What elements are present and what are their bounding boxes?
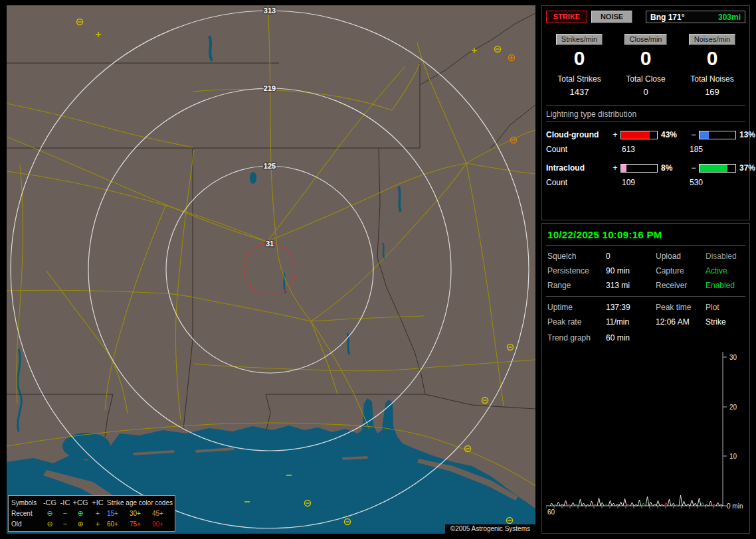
strikes-counter: Strikes/min 0 Total Strikes 1437 bbox=[546, 33, 613, 97]
peak-rate-label: Peak rate bbox=[547, 317, 606, 327]
legend-old-row: Old ⊖ − ⊕ + 60+75+90+ bbox=[11, 518, 172, 529]
recent-pos-ic-icon: + bbox=[88, 508, 107, 518]
range-label: Range bbox=[547, 281, 606, 290]
ic-negative-bar bbox=[699, 164, 736, 173]
upload-value: Disabled bbox=[706, 252, 745, 261]
old-neg-cg-icon: ⊖ bbox=[42, 519, 58, 528]
peak-time-value: 12:06 AM bbox=[656, 317, 706, 327]
total-noises-label: Total Noises bbox=[679, 74, 745, 84]
upload-label: Upload bbox=[656, 252, 706, 261]
divider bbox=[546, 245, 745, 246]
cloud-ground-label: Cloud-ground bbox=[546, 130, 610, 139]
legend-header-row: Symbols -CG -IC +CG +IC Strike age color… bbox=[11, 497, 172, 508]
trend-graph-value: 60 min bbox=[606, 333, 745, 343]
recent-pos-cg-icon: ⊕ bbox=[72, 508, 88, 518]
bearing-value: Bng 171° bbox=[650, 13, 684, 22]
total-close-label: Total Close bbox=[613, 74, 679, 84]
lightning-map[interactable]: 313 219 125 31 Symbols -CG -IC +CG +IC S… bbox=[7, 5, 535, 534]
map-legend: Symbols -CG -IC +CG +IC Strike age color… bbox=[8, 495, 175, 532]
trend-start-label: 60 bbox=[547, 508, 555, 516]
status-panel: 10/22/2025 10:09:16 PM Squelch 0 Upload … bbox=[541, 223, 750, 534]
ic-negative-percent: 37% bbox=[736, 163, 755, 173]
plot-label: Plot bbox=[706, 303, 745, 312]
ring-label-125: 125 bbox=[264, 162, 276, 170]
cloud-ground-count-row: Count 613 185 bbox=[546, 142, 745, 157]
map-canvas: 313 219 125 31 bbox=[7, 5, 535, 534]
cg-negative-count: 185 bbox=[688, 145, 745, 154]
legend-col-neg-cg: -CG bbox=[42, 498, 58, 507]
plot-value: Strike bbox=[706, 317, 745, 327]
ic-positive-count: 109 bbox=[610, 178, 688, 187]
plus-sign: + bbox=[610, 163, 620, 173]
receiver-value: Enabled bbox=[706, 281, 745, 290]
receiver-label: Receiver bbox=[656, 281, 706, 290]
recent-neg-cg-icon: ⊖ bbox=[42, 508, 58, 518]
peak-time-label: Peak time bbox=[656, 303, 706, 312]
ic-positive-percent: 8% bbox=[658, 163, 688, 173]
ring-label-313: 313 bbox=[264, 7, 276, 15]
squelch-label: Squelch bbox=[547, 252, 606, 261]
section-divider bbox=[546, 105, 745, 106]
minus-sign: − bbox=[688, 130, 699, 139]
close-counter: Close/min 0 Total Close 0 bbox=[613, 33, 679, 97]
cg-negative-bar bbox=[699, 131, 736, 139]
strike-stats-panel: STRIKE NOISE Bng 171° 303mi Strikes/min … bbox=[541, 5, 750, 220]
trend-origin-label: 0 min bbox=[727, 502, 743, 510]
capture-value: Active bbox=[706, 266, 745, 275]
intracloud-row: Intracloud + 8% − 37% bbox=[546, 161, 745, 175]
old-pos-ic-icon: + bbox=[88, 519, 107, 528]
noises-per-min-value: 0 bbox=[679, 47, 745, 70]
squelch-value: 0 bbox=[606, 252, 656, 261]
intracloud-count-row: Count 109 530 bbox=[546, 175, 745, 190]
legend-col-pos-cg: +CG bbox=[72, 498, 88, 507]
ring-label-31: 31 bbox=[266, 240, 274, 248]
noises-counter: Noises/min 0 Total Noises 169 bbox=[679, 33, 745, 97]
total-noises-value: 169 bbox=[679, 87, 745, 97]
copyright-text: ©2005 Astrogenic Systems bbox=[445, 524, 535, 534]
strike-toggle-button[interactable]: STRIKE bbox=[546, 11, 587, 23]
old-age-codes: 60+75+90+ bbox=[107, 520, 175, 528]
storm-range-value: 303mi bbox=[718, 13, 741, 22]
trend-tick-30: 30 bbox=[729, 354, 737, 361]
cg-negative-percent: 13% bbox=[736, 130, 755, 139]
trend-tick-10: 10 bbox=[729, 453, 737, 460]
peak-rate-value: 11/min bbox=[606, 317, 656, 327]
trend-graph: 30 20 10 0 min 60 bbox=[546, 346, 747, 519]
legend-col-neg-ic: -IC bbox=[58, 498, 72, 507]
close-per-min-value: 0 bbox=[613, 47, 679, 70]
recent-neg-ic-icon: − bbox=[58, 508, 72, 518]
recent-age-codes: 15+30+45+ bbox=[107, 510, 175, 517]
old-pos-cg-icon: ⊕ bbox=[72, 519, 88, 528]
old-neg-ic-icon: − bbox=[58, 519, 72, 528]
noise-toggle-button[interactable]: NOISE bbox=[591, 11, 632, 23]
total-strikes-label: Total Strikes bbox=[546, 74, 613, 84]
trend-graph-row: Trend graph 60 min bbox=[547, 333, 745, 343]
trend-axes bbox=[546, 352, 723, 506]
trend-y-ticks bbox=[723, 357, 727, 506]
datetime-display: 10/22/2025 10:09:16 PM bbox=[546, 228, 745, 245]
noises-per-min-button[interactable]: Noises/min bbox=[689, 34, 735, 45]
legend-col-pos-ic: +IC bbox=[88, 498, 107, 507]
strikes-per-min-button[interactable]: Strikes/min bbox=[556, 34, 603, 45]
mode-toolbar: STRIKE NOISE Bng 171° 303mi bbox=[546, 11, 745, 23]
trend-tick-20: 20 bbox=[729, 404, 737, 411]
plus-sign: + bbox=[610, 130, 620, 139]
divider bbox=[546, 296, 745, 297]
ring-label-219: 219 bbox=[264, 84, 276, 92]
legend-symbols-header: Symbols bbox=[11, 499, 42, 506]
ic-count-label: Count bbox=[546, 178, 610, 187]
distribution-title: Lightning type distribution bbox=[546, 110, 745, 122]
legend-old-label: Old bbox=[11, 520, 42, 528]
trend-graph-label: Trend graph bbox=[547, 333, 606, 343]
uptime-value: 137:39 bbox=[606, 303, 656, 312]
total-strikes-value: 1437 bbox=[546, 87, 613, 97]
trend-spikes bbox=[550, 495, 723, 506]
receiver-status-grid: Squelch 0 Upload Disabled Persistence 90… bbox=[547, 252, 745, 290]
persistence-label: Persistence bbox=[547, 266, 606, 275]
intracloud-label: Intracloud bbox=[546, 163, 610, 173]
minus-sign: − bbox=[688, 163, 699, 173]
range-value: 313 mi bbox=[606, 281, 656, 290]
legend-recent-label: Recent bbox=[11, 510, 42, 517]
legend-age-header: Strike age color codes bbox=[107, 499, 173, 506]
close-per-min-button[interactable]: Close/min bbox=[624, 34, 668, 45]
